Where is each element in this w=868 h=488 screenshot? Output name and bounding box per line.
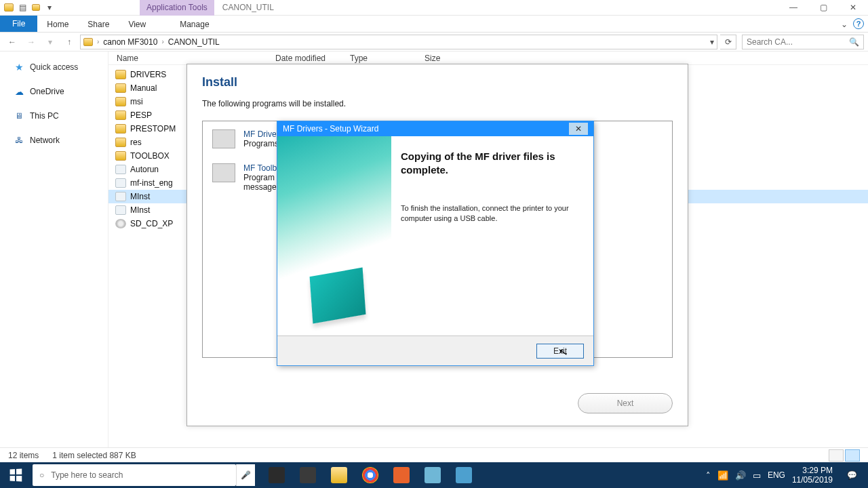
wizard-heading: Copying of the MF driver files is comple… bbox=[401, 150, 581, 176]
wizard-close-button[interactable]: ✕ bbox=[569, 123, 588, 135]
tab-home[interactable]: Home bbox=[37, 17, 78, 32]
nav-recent-dropdown[interactable]: ▾ bbox=[42, 34, 58, 50]
folder-icon bbox=[115, 110, 126, 120]
tray-time: 3:29 PM bbox=[792, 466, 833, 475]
search-input[interactable]: Search CA... 🔍 bbox=[742, 35, 864, 49]
file-name: res bbox=[130, 138, 142, 147]
sidebar-item-quickaccess[interactable]: ★Quick access bbox=[0, 58, 108, 76]
status-selection: 1 item selected 887 KB bbox=[52, 451, 136, 460]
file-name: DRIVERS bbox=[130, 70, 166, 79]
battery-icon[interactable]: ▭ bbox=[753, 470, 761, 481]
volume-icon[interactable]: 🔊 bbox=[735, 470, 746, 481]
taskbar: ○ Type here to search 🎤 ˄ 📶 🔊 ▭ ENG 3:29… bbox=[0, 462, 868, 488]
taskbar-app-1[interactable] bbox=[262, 462, 292, 488]
nav-forward-button[interactable]: → bbox=[23, 34, 39, 50]
taskbar-search[interactable]: ○ Type here to search bbox=[33, 464, 236, 486]
wizard-exit-button[interactable]: Exit bbox=[536, 344, 584, 359]
file-name: Manual bbox=[130, 83, 157, 93]
tray-language[interactable]: ENG bbox=[768, 470, 785, 480]
sidebar-item-label: Network bbox=[30, 136, 60, 145]
refresh-button[interactable]: ⟳ bbox=[720, 35, 736, 49]
toolbox-icon bbox=[212, 163, 235, 182]
address-bar: ← → ▾ ↑ › canon MF3010 › CANON_UTIL ▾ ⟳ … bbox=[0, 33, 868, 52]
file-name: PESP bbox=[130, 110, 152, 120]
taskbar-chrome[interactable] bbox=[355, 462, 385, 488]
folder-icon bbox=[115, 138, 126, 147]
mic-icon[interactable]: 🎤 bbox=[236, 464, 255, 486]
tray-clock[interactable]: 3:29 PM 11/05/2019 bbox=[792, 466, 833, 485]
file-name: msi bbox=[130, 97, 143, 106]
minimize-button[interactable]: — bbox=[778, 0, 808, 16]
network-icon: 🖧 bbox=[14, 135, 24, 146]
file-icon bbox=[115, 205, 126, 215]
nav-up-button[interactable]: ↑ bbox=[61, 34, 77, 50]
wifi-icon[interactable]: 📶 bbox=[717, 470, 728, 481]
tray-chevron-icon[interactable]: ˄ bbox=[706, 470, 711, 481]
taskbar-app-6[interactable] bbox=[418, 462, 448, 488]
file-name: PRESTOPM bbox=[130, 124, 176, 134]
view-details-button[interactable] bbox=[829, 449, 844, 462]
folder-icon bbox=[115, 151, 126, 161]
qat-dropdown-icon[interactable]: ▾ bbox=[45, 3, 54, 12]
taskbar-app-5[interactable] bbox=[387, 462, 416, 488]
sidebar-item-onedrive[interactable]: ☁OneDrive bbox=[0, 83, 108, 100]
breadcrumb[interactable]: › canon MF3010 › CANON_UTIL ▾ bbox=[80, 35, 717, 49]
star-icon: ★ bbox=[14, 62, 24, 73]
tab-manage[interactable]: Manage bbox=[170, 17, 218, 32]
crumb-2[interactable]: CANON_UTIL bbox=[168, 37, 220, 47]
qat-properties-icon[interactable]: ▤ bbox=[18, 3, 27, 12]
wizard-body-text: To finish the installation, connect the … bbox=[401, 203, 581, 224]
ribbon-collapse-icon[interactable]: ⌄ bbox=[841, 20, 848, 29]
app-icon bbox=[4, 3, 14, 12]
tray-date: 11/05/2019 bbox=[792, 475, 833, 485]
file-name: TOOLBOX bbox=[130, 151, 170, 161]
cortana-icon: ○ bbox=[39, 470, 44, 480]
wizard-artwork bbox=[277, 136, 391, 336]
wizard-title: MF Drivers - Setup Wizard bbox=[283, 124, 378, 134]
maximize-button[interactable]: ▢ bbox=[808, 0, 838, 16]
search-icon: 🔍 bbox=[849, 37, 859, 47]
file-icon bbox=[115, 178, 126, 188]
search-placeholder: Search CA... bbox=[747, 37, 793, 47]
address-dropdown-icon[interactable]: ▾ bbox=[710, 37, 714, 47]
sidebar-item-thispc[interactable]: 🖥This PC bbox=[0, 107, 108, 125]
col-type[interactable]: Type bbox=[350, 54, 425, 63]
folder-icon bbox=[115, 97, 126, 106]
location-icon bbox=[83, 38, 93, 46]
status-bar: 12 items 1 item selected 887 KB bbox=[0, 447, 868, 462]
crumb-sep-icon: › bbox=[97, 38, 99, 45]
taskbar-app-2[interactable] bbox=[293, 462, 323, 488]
col-size[interactable]: Size bbox=[425, 54, 472, 63]
tab-view[interactable]: View bbox=[119, 17, 155, 32]
start-button[interactable] bbox=[0, 462, 31, 488]
sidebar-item-label: Quick access bbox=[30, 62, 78, 72]
col-date[interactable]: Date modified bbox=[275, 54, 350, 63]
qat-newfolder-icon[interactable] bbox=[31, 3, 41, 12]
taskbar-search-placeholder: Type here to search bbox=[51, 470, 123, 480]
taskbar-app-7[interactable] bbox=[449, 462, 479, 488]
status-item-count: 12 items bbox=[8, 451, 39, 460]
sidebar-item-label: This PC bbox=[30, 111, 59, 121]
printer-icon bbox=[212, 129, 235, 148]
wizard-titlebar[interactable]: MF Drivers - Setup Wizard ✕ bbox=[277, 121, 593, 136]
tab-file[interactable]: File bbox=[0, 16, 37, 32]
window-title: CANON_UTIL bbox=[214, 3, 282, 12]
nav-back-button[interactable]: ← bbox=[4, 34, 20, 50]
view-icons-button[interactable] bbox=[845, 449, 860, 462]
sidebar-item-network[interactable]: 🖧Network bbox=[0, 131, 108, 149]
tab-share[interactable]: Share bbox=[78, 17, 119, 32]
taskbar-explorer[interactable] bbox=[324, 462, 354, 488]
col-name[interactable]: Name bbox=[113, 54, 275, 63]
setup-wizard-dialog: MF Drivers - Setup Wizard ✕ Copying of t… bbox=[277, 121, 594, 366]
folder-icon bbox=[115, 83, 126, 93]
folder-icon bbox=[115, 70, 126, 79]
action-center-button[interactable]: 💬 bbox=[840, 462, 864, 488]
help-icon[interactable]: ? bbox=[853, 18, 864, 29]
crumb-1[interactable]: canon MF3010 bbox=[103, 37, 157, 47]
close-button[interactable]: ✕ bbox=[838, 0, 868, 16]
file-icon bbox=[115, 192, 126, 201]
install-subtitle: The following programs will be installed… bbox=[202, 99, 673, 108]
system-tray: ˄ 📶 🔊 ▭ ENG 3:29 PM 11/05/2019 💬 bbox=[702, 462, 868, 488]
next-button[interactable]: Next bbox=[578, 393, 673, 413]
crumb-sep-icon: › bbox=[161, 38, 163, 45]
